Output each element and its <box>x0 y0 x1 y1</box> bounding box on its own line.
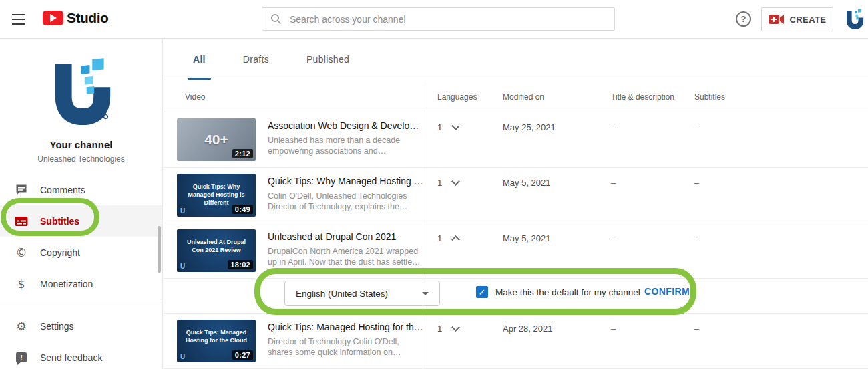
video-plus-icon <box>769 14 785 25</box>
video-duration-badge: 0:49 <box>232 205 253 214</box>
languages-count: 1 <box>437 178 442 188</box>
topbar: Studio ? CREATE <box>0 0 868 39</box>
channel-name: Unleashed Technologies <box>0 154 162 164</box>
default-checkbox-label: Make this the default for my channel <box>495 287 640 297</box>
table-row: Quick Tips: Why Managed Hosting is Diffe… <box>164 168 868 223</box>
dollar-icon: $ <box>13 277 29 291</box>
subtitles-cell: – <box>694 178 699 188</box>
sidebar-item-copyright[interactable]: © Copyright <box>0 237 162 268</box>
language-select[interactable]: English (United States) <box>284 281 440 306</box>
subtitles-cell: – <box>694 122 699 132</box>
chevron-down-icon[interactable] <box>451 177 460 186</box>
video-description: DrupalCon North America 2021 wrapped up … <box>268 246 423 267</box>
create-button[interactable]: CREATE <box>761 7 833 31</box>
sidebar-item-label: Subtitles <box>40 216 79 227</box>
table-row: Unleashed At Drupal Con 2021 Review U 18… <box>164 223 868 279</box>
tab-bar: All Drafts Published <box>164 39 868 80</box>
table-row: 40+ 2:12 Association Web Design & Develo… <box>164 112 868 168</box>
sidebar-item-subtitles[interactable]: Subtitles <box>0 205 162 237</box>
sidebar-item-monetization[interactable]: $ Monetization <box>0 268 162 299</box>
column-separator <box>423 81 423 369</box>
menu-icon[interactable] <box>12 14 27 25</box>
modified-on-cell: May 25, 2021 <box>503 122 556 132</box>
sidebar-item-send-feedback[interactable]: ! Send feedback <box>0 342 162 369</box>
subtitles-cell: – <box>694 324 699 334</box>
sidebar: Your channel Unleashed Technologies Comm… <box>0 39 163 369</box>
languages-cell[interactable]: 1 <box>437 122 459 132</box>
tab-drafts[interactable]: Drafts <box>234 39 278 80</box>
gear-icon: ⚙ <box>13 320 29 333</box>
video-thumbnail[interactable]: Unleashed At Drupal Con 2021 Review U 18… <box>177 229 256 272</box>
add-language-panel: English (United States) ✓ Make this the … <box>164 279 868 314</box>
default-checkbox[interactable]: ✓ <box>476 286 488 298</box>
title-description-cell: – <box>611 233 616 243</box>
title-description-cell: – <box>611 122 616 132</box>
video-thumbnail[interactable]: Quick Tips: Managed Hosting for the Clou… <box>177 320 256 362</box>
sidebar-item-label: Monetization <box>40 279 93 289</box>
thumbnail-caption: Quick Tips: Managed Hosting for the Clou… <box>177 328 256 344</box>
video-title[interactable]: Quick Tips: Why Managed Hosting is Di… <box>268 176 423 187</box>
sidebar-item-label: Settings <box>40 321 74 332</box>
sidebar-item-settings[interactable]: ⚙ Settings <box>0 310 162 342</box>
thumbnail-watermark: U <box>180 263 185 270</box>
video-title[interactable]: Quick Tips: Managed Hosting for the Cl… <box>268 322 423 332</box>
modified-on-cell: Apr 28, 2021 <box>503 324 552 334</box>
languages-cell[interactable]: 1 <box>437 324 459 334</box>
language-select-value: English (United States) <box>296 289 388 299</box>
thumbnail-caption: Unleashed At Drupal Con 2021 Review <box>177 238 256 254</box>
channel-search-box[interactable] <box>262 7 615 31</box>
sidebar-item-comments[interactable]: Comments <box>0 174 162 205</box>
thumbnail-watermark: U <box>180 207 185 215</box>
subtitles-cell: – <box>694 233 699 243</box>
studio-logo-text: Studio <box>67 10 108 26</box>
title-description-cell: – <box>611 324 616 334</box>
create-button-label: CREATE <box>790 15 827 25</box>
your-channel-title: Your channel <box>0 139 162 150</box>
chevron-up-icon[interactable] <box>451 235 460 244</box>
modified-on-cell: May 5, 2021 <box>503 233 551 243</box>
column-header-subtitles: Subtitles <box>694 92 725 102</box>
languages-count: 1 <box>437 122 442 132</box>
tab-published[interactable]: Published <box>297 39 359 80</box>
tab-all[interactable]: All <box>184 39 215 80</box>
video-description: Colin O'Dell, Unleashed Technologies Dir… <box>268 191 423 212</box>
video-description: Unleashed has more than a decade empower… <box>268 135 423 156</box>
thumbnail-watermark: U <box>180 353 185 360</box>
youtube-studio-subtitles-page: Studio ? CREATE <box>0 0 868 369</box>
checkmark-icon: ✓ <box>479 287 486 297</box>
languages-cell[interactable]: 1 <box>437 233 459 243</box>
video-thumbnail[interactable]: 40+ 2:12 <box>177 118 256 161</box>
sidebar-item-label: Send feedback <box>40 352 102 363</box>
help-icon[interactable]: ? <box>736 11 751 27</box>
account-avatar[interactable] <box>844 9 865 30</box>
sidebar-item-label: Copyright <box>40 247 80 258</box>
comment-icon <box>13 184 29 196</box>
copyright-icon: © <box>13 246 29 259</box>
video-thumbnail[interactable]: Quick Tips: Why Managed Hosting is Diffe… <box>177 174 256 217</box>
video-duration-badge: 0:27 <box>232 350 253 360</box>
feedback-icon: ! <box>13 352 29 362</box>
sidebar-divider <box>0 303 162 303</box>
column-header-languages: Languages <box>437 92 477 102</box>
chevron-down-icon[interactable] <box>451 323 460 332</box>
search-input[interactable] <box>290 14 606 25</box>
column-header-title-description: Title & description <box>611 92 674 102</box>
table-row: Quick Tips: Managed Hosting for the Clou… <box>164 314 868 369</box>
video-title[interactable]: Unleashed at Drupal Con 2021 <box>268 231 423 242</box>
languages-cell[interactable]: 1 <box>437 178 459 188</box>
column-header-modified-on: Modified on <box>503 92 544 102</box>
sidebar-nav: Comments Subtitles © Copyright $ Monetiz… <box>0 174 162 369</box>
video-description: Director of Technology Colin O'Dell, sha… <box>268 336 423 358</box>
title-description-cell: – <box>611 178 616 188</box>
channel-logo <box>49 57 114 128</box>
youtube-studio-logo[interactable]: Studio <box>43 10 108 26</box>
subtitles-content: All Drafts Published Video Languages Mod… <box>164 39 868 369</box>
video-title[interactable]: Association Web Design & Development <box>268 120 423 131</box>
languages-count: 1 <box>437 324 442 334</box>
sidebar-scrollbar[interactable] <box>158 226 161 273</box>
column-header-video: Video <box>185 92 205 102</box>
languages-count: 1 <box>437 233 442 243</box>
chevron-down-icon[interactable] <box>451 122 460 130</box>
thumbnail-caption: Quick Tips: Why Managed Hosting is Diffe… <box>177 182 256 207</box>
confirm-button[interactable]: CONFIRM <box>644 286 690 297</box>
